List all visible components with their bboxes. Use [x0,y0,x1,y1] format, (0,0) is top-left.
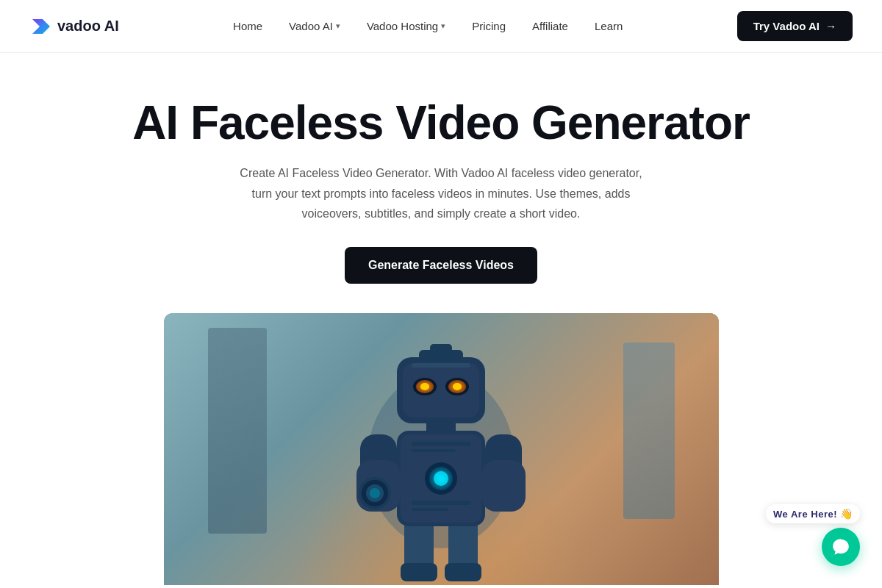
we-are-here-badge: We Are Here! 👋 [766,504,860,523]
nav-affiliate[interactable]: Affiliate [522,14,578,38]
generate-faceless-videos-button[interactable]: Generate Faceless Videos [345,247,537,284]
svg-rect-18 [481,460,526,512]
hero-subtitle: Create AI Faceless Video Generator. With… [235,163,647,223]
svg-rect-28 [412,363,470,368]
we-are-here-text: We Are Here! [773,509,837,520]
logo-icon [29,15,53,38]
logo-text: vadoo AI [57,18,119,35]
nav-home[interactable]: Home [223,14,273,38]
svg-rect-5 [445,563,481,581]
try-vadoo-ai-button[interactable]: Try Vadoo AI → [737,11,853,41]
robot-scene [164,313,719,585]
svg-rect-34 [412,508,448,511]
chevron-down-icon: ▾ [441,21,445,31]
bg-structure-left [208,328,267,534]
robot-illustration [316,313,566,585]
chat-widget: We Are Here! 👋 [766,504,860,566]
arrow-icon: → [825,20,836,32]
bg-structure-right [623,343,675,519]
svg-marker-0 [32,19,50,34]
svg-rect-33 [412,501,470,505]
logo[interactable]: vadoo AI [29,15,119,38]
nav-learn[interactable]: Learn [584,14,633,38]
chat-icon [831,537,850,556]
svg-point-26 [420,383,429,390]
svg-rect-31 [412,442,470,446]
nav-links: Home Vadoo AI ▾ Vadoo Hosting ▾ Pricing … [223,14,633,38]
chat-bubble-button[interactable] [822,528,860,566]
svg-point-16 [370,488,380,498]
nav-pricing[interactable]: Pricing [462,14,516,38]
nav-vadoo-hosting[interactable]: Vadoo Hosting ▾ [356,14,456,38]
wave-emoji: 👋 [840,508,853,520]
hero-section: AI Faceless Video Generator Create AI Fa… [0,53,882,588]
svg-point-27 [453,383,462,390]
svg-point-10 [434,471,448,486]
svg-rect-4 [401,563,437,581]
nav-vadoo-ai[interactable]: Vadoo AI ▾ [279,14,351,38]
hero-title: AI Faceless Video Generator [29,97,853,148]
svg-rect-32 [412,449,456,452]
svg-rect-30 [430,344,452,353]
chevron-down-icon: ▾ [336,21,340,31]
hero-image [164,313,719,585]
navbar: vadoo AI Home Vadoo AI ▾ Vadoo Hosting ▾… [0,0,882,53]
